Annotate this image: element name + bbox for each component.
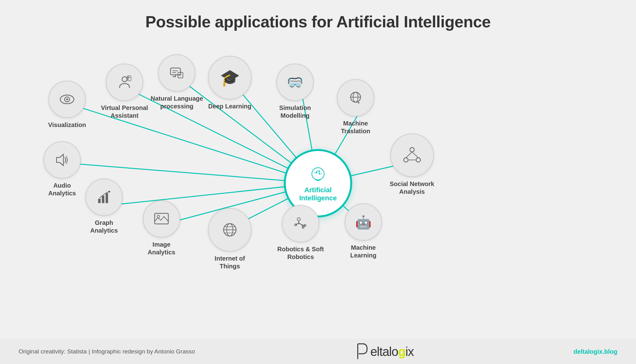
- machine-learning-icon: 🤖: [345, 203, 382, 241]
- svg-rect-56: [127, 76, 131, 81]
- deep-learning-icon: 🎓: [208, 56, 252, 99]
- social-network-label: Social NetworkAnalysis: [390, 180, 434, 196]
- node-simulation: 🥽 SimulationModelling: [276, 64, 314, 120]
- node-virtual-assistant: Virtual PersonalAssistant: [101, 64, 148, 120]
- infographic-container: ArtificialIntelligence 🎓 Deep Learning 🥽…: [0, 31, 636, 357]
- node-audio-analytics: AudioAnalytics: [43, 141, 81, 197]
- svg-point-13: [312, 168, 324, 180]
- svg-point-19: [316, 172, 317, 173]
- footer-right: deltalogix.blog: [574, 348, 617, 355]
- node-robotics: Robotics & SoftRobotics: [277, 205, 324, 261]
- graph-analytics-icon: [85, 179, 123, 216]
- iot-icon: [208, 208, 252, 252]
- nlp-icon: [158, 54, 195, 92]
- audio-analytics-label: AudioAnalytics: [48, 182, 76, 197]
- deep-learning-label: Deep Learning: [208, 102, 252, 110]
- svg-rect-47: [98, 199, 101, 203]
- nlp-label: Natural Languageprocessing: [151, 95, 203, 110]
- machine-learning-label: MachineLearning: [350, 244, 376, 259]
- logo-icon: [355, 343, 370, 360]
- svg-line-28: [406, 152, 412, 158]
- logo-text: eltalo: [370, 345, 398, 359]
- logo-text2: ix: [405, 345, 414, 359]
- ai-brain-icon: [307, 164, 329, 186]
- simulation-label: SimulationModelling: [279, 104, 311, 120]
- visualization-label: Visualization: [48, 121, 86, 129]
- svg-point-20: [319, 170, 320, 171]
- robotics-label: Robotics & SoftRobotics: [277, 245, 324, 261]
- center-label: ArtificialIntelligence: [299, 186, 337, 202]
- node-social-network: Social NetworkAnalysis: [390, 134, 434, 196]
- footer: Original creativity: Statista | Infograp…: [0, 339, 636, 364]
- svg-line-33: [299, 223, 302, 225]
- svg-point-50: [108, 191, 110, 193]
- node-machine-learning: 🤖 MachineLearning: [345, 203, 382, 259]
- svg-point-31: [297, 218, 300, 221]
- svg-marker-51: [57, 154, 63, 166]
- robotics-icon: [282, 205, 319, 242]
- svg-point-54: [66, 98, 68, 100]
- svg-point-27: [416, 158, 420, 162]
- svg-rect-57: [170, 68, 180, 75]
- svg-point-25: [410, 148, 414, 152]
- node-graph-analytics: GraphAnalytics: [85, 179, 123, 234]
- svg-point-55: [122, 77, 127, 82]
- machine-translation-icon: [337, 79, 374, 116]
- virtual-assistant-label: Virtual PersonalAssistant: [101, 104, 148, 120]
- svg-rect-49: [106, 193, 108, 203]
- node-deep-learning: 🎓 Deep Learning: [208, 56, 252, 110]
- svg-point-21: [319, 173, 320, 174]
- node-iot: Internet ofThings: [208, 208, 252, 270]
- footer-left: Original creativity: Statista | Infograp…: [19, 348, 195, 355]
- audio-analytics-icon: [43, 141, 81, 179]
- node-nlp: Natural Languageprocessing: [151, 54, 203, 110]
- node-machine-translation: MachineTraslation: [337, 79, 374, 135]
- logo-accent: g: [398, 345, 405, 359]
- social-network-icon: [390, 134, 434, 177]
- svg-rect-48: [102, 196, 104, 203]
- svg-line-29: [412, 152, 418, 158]
- node-visualization: Visualization: [48, 81, 86, 129]
- image-analytics-icon: [143, 200, 180, 238]
- virtual-assistant-icon: [106, 64, 143, 101]
- page-title: Possible applications for Artificial Int…: [0, 0, 636, 31]
- image-analytics-label: ImageAnalytics: [148, 241, 175, 256]
- logo: eltalogix: [355, 343, 414, 360]
- machine-translation-label: MachineTraslation: [341, 120, 370, 135]
- graph-analytics-label: GraphAnalytics: [90, 219, 118, 234]
- svg-point-26: [404, 158, 408, 162]
- node-image-analytics: ImageAnalytics: [143, 200, 180, 256]
- svg-point-46: [157, 215, 160, 218]
- iot-label: Internet ofThings: [215, 255, 245, 270]
- visualization-icon: [48, 81, 86, 118]
- simulation-icon: 🥽: [276, 64, 314, 101]
